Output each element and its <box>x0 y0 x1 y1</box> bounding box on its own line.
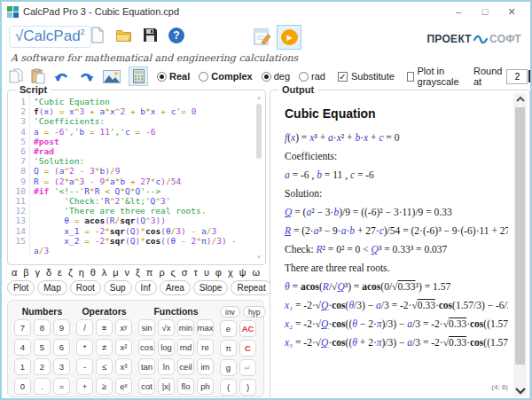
snippet-button[interactable]: Slope <box>193 280 229 295</box>
operator-key[interactable]: ≥ <box>96 378 113 395</box>
number-key[interactable]: 0 <box>14 378 31 395</box>
operator-key[interactable]: * <box>76 339 93 356</box>
undo-icon[interactable] <box>53 70 70 83</box>
save-output-icon[interactable] <box>528 69 532 83</box>
operator-key[interactable]: x² <box>115 339 132 356</box>
greek-letter-button[interactable]: β <box>23 267 28 278</box>
greek-letter-button[interactable]: θ <box>90 267 96 278</box>
function-key[interactable]: |x| <box>158 378 175 395</box>
greek-letter-button[interactable]: π <box>146 267 153 278</box>
greek-letter-button[interactable]: σ <box>182 267 188 278</box>
paste-icon[interactable] <box>31 68 45 84</box>
function-key[interactable]: cos <box>138 339 155 356</box>
function-key[interactable]: flo <box>177 378 194 395</box>
operator-key[interactable]: / <box>76 319 93 336</box>
editor-scroll-down-icon[interactable]: ▼ <box>255 255 262 260</box>
function-key[interactable]: √x <box>158 319 175 336</box>
snippet-button[interactable]: Inf <box>135 280 157 295</box>
function-key[interactable]: min <box>177 319 194 336</box>
minimize-button[interactable]: – <box>445 3 472 20</box>
greek-letter-button[interactable]: τ <box>194 267 198 278</box>
output-scroll-down-icon[interactable] <box>513 384 527 396</box>
number-key[interactable]: 8 <box>34 319 51 336</box>
function-key[interactable]: tan <box>138 358 155 375</box>
snippet-button[interactable]: Root <box>70 280 101 295</box>
number-key[interactable]: 9 <box>53 319 70 336</box>
number-key[interactable]: . <box>34 378 51 395</box>
run-button[interactable]: ▶ <box>277 25 301 50</box>
script-editor[interactable]: 1"Cubic Equation2f(x) = x^3 + a*x^2 + b*… <box>12 97 254 260</box>
function-key[interactable]: sin <box>138 319 155 336</box>
key-open-paren[interactable]: ( <box>220 379 237 396</box>
output-scroll-thumb[interactable] <box>515 107 525 365</box>
greek-letter-button[interactable]: η <box>79 267 84 278</box>
number-key[interactable]: 2 <box>34 358 51 375</box>
operator-key[interactable]: ≤ <box>96 358 113 375</box>
greek-letter-button[interactable]: υ <box>204 267 209 278</box>
greek-letter-button[interactable]: ω <box>252 267 260 278</box>
key-pi[interactable]: π <box>220 340 237 357</box>
number-key[interactable]: 4 <box>14 339 31 356</box>
key-enter[interactable]: ↵ <box>239 359 256 376</box>
output-scrollbar[interactable] <box>513 93 527 396</box>
operator-key[interactable]: eˣ <box>115 378 132 395</box>
greek-letter-button[interactable]: ν <box>125 267 130 278</box>
function-key[interactable]: max <box>197 319 214 336</box>
operator-key[interactable]: ≡ <box>96 319 113 336</box>
greek-letter-button[interactable]: χ <box>228 267 233 278</box>
calculator-toggle[interactable] <box>129 67 148 86</box>
number-key[interactable]: = <box>53 378 70 395</box>
snippet-button[interactable]: Map <box>37 280 66 295</box>
operator-key[interactable]: ≠ <box>96 339 113 356</box>
key-close-paren[interactable]: ) <box>239 379 256 396</box>
greek-letter-button[interactable]: ε <box>58 267 62 278</box>
function-key[interactable]: rnd <box>177 339 194 356</box>
function-key[interactable]: ceil <box>177 358 194 375</box>
key-clear[interactable]: C <box>239 340 256 357</box>
function-key[interactable]: log <box>158 339 175 356</box>
editor-scroll-thumb[interactable] <box>256 104 262 159</box>
snippet-button[interactable]: Area <box>160 280 191 295</box>
close-button[interactable]: ✕ <box>498 3 525 20</box>
number-key[interactable]: 6 <box>53 339 70 356</box>
output-scroll-up-icon[interactable] <box>513 93 527 106</box>
operator-key[interactable]: xʸ <box>115 319 132 336</box>
greek-letter-button[interactable]: ψ <box>239 267 246 278</box>
key-g[interactable]: g <box>220 359 237 376</box>
function-key[interactable]: re <box>197 339 214 356</box>
operator-key[interactable]: + <box>76 378 93 395</box>
operator-key[interactable]: - <box>76 358 93 375</box>
greek-letter-button[interactable]: φ <box>215 267 222 278</box>
radio-complex[interactable]: Complex <box>199 71 252 82</box>
round-at-input[interactable] <box>506 69 528 84</box>
snippet-button[interactable]: Plot <box>7 280 35 295</box>
key-all-clear[interactable]: AC <box>239 320 256 337</box>
save-file-icon[interactable] <box>143 27 158 43</box>
open-file-icon[interactable] <box>115 27 132 43</box>
number-key[interactable]: 7 <box>14 319 31 336</box>
function-key[interactable]: cot <box>138 378 155 395</box>
number-key[interactable]: 5 <box>34 339 51 356</box>
copy-icon[interactable] <box>9 68 23 84</box>
redo-icon[interactable] <box>78 70 95 83</box>
radio-deg[interactable]: deg <box>262 71 290 82</box>
radio-real[interactable]: Real <box>157 71 190 82</box>
snippet-button[interactable]: Repeat <box>231 280 271 295</box>
snippet-button[interactable]: Sup <box>104 280 132 295</box>
number-key[interactable]: 1 <box>14 358 31 375</box>
editor-scrollbar[interactable]: ▲ ▼ <box>255 95 262 260</box>
greek-letter-button[interactable]: μ <box>113 267 118 278</box>
checkbox-substitute[interactable]: ✓Substitute <box>338 71 395 82</box>
function-key[interactable]: ph <box>197 378 214 395</box>
greek-letter-button[interactable]: δ <box>46 267 51 278</box>
edit-mode-icon[interactable] <box>253 27 272 47</box>
greek-letter-button[interactable]: ς <box>171 267 176 278</box>
key-e[interactable]: e <box>220 320 237 337</box>
number-key[interactable]: 3 <box>53 358 70 375</box>
inv-button[interactable]: inv <box>220 306 240 318</box>
function-key[interactable]: ln <box>158 358 175 375</box>
checkbox-grayscale[interactable]: Plot in grayscale <box>407 66 462 87</box>
image-icon[interactable] <box>103 70 121 83</box>
help-icon[interactable]: ? <box>168 27 184 43</box>
maximize-button[interactable]: □ <box>472 3 498 20</box>
